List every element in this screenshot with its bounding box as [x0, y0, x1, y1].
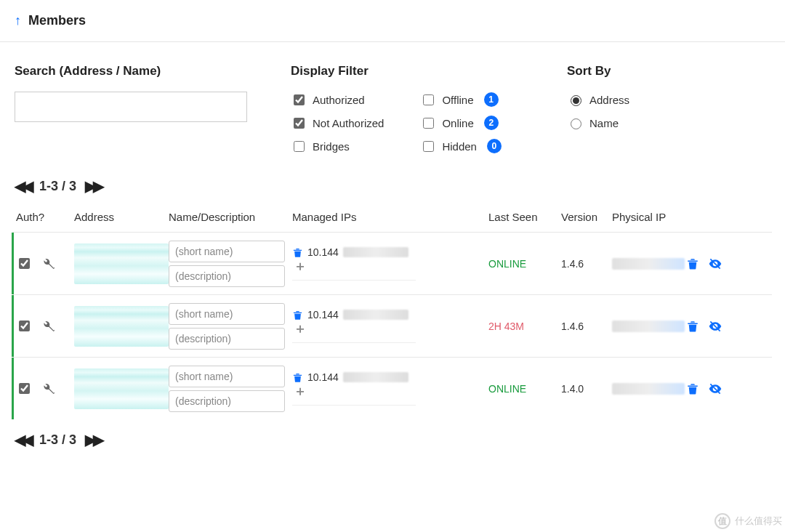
row-ip-prefix: 10.144 — [307, 246, 339, 258]
row-address-redacted — [74, 243, 169, 284]
pager-bottom: ◀◀ 1-3 / 3 ▶▶ — [0, 424, 785, 456]
sort-address-radio[interactable] — [571, 95, 581, 106]
row-version: 1.4.6 — [558, 258, 609, 270]
search-input[interactable] — [15, 92, 247, 122]
filter-offline-label: Offline — [442, 94, 473, 106]
filter-online-count: 2 — [484, 116, 499, 130]
row-auth-checkbox[interactable] — [19, 258, 30, 269]
sort-label: Sort By — [567, 64, 756, 78]
row-address-redacted — [74, 368, 169, 409]
pager-next-icon[interactable]: ▶▶ — [85, 177, 101, 195]
pager-range: 1-3 / 3 — [39, 179, 76, 194]
filter-not_authorized[interactable]: Not Authorized — [291, 115, 384, 131]
trash-icon[interactable] — [292, 372, 303, 383]
wrench-icon[interactable] — [39, 256, 55, 272]
row-ip-prefix: 10.144 — [307, 309, 339, 321]
wrench-icon[interactable] — [39, 318, 55, 334]
row-ip-redacted — [343, 310, 408, 320]
filter-bridges-label: Bridges — [313, 140, 350, 153]
row-physical-ip-redacted — [612, 383, 685, 395]
trash-icon[interactable] — [292, 247, 303, 258]
row-last-seen: 2H 43M — [486, 321, 558, 332]
hide-icon[interactable] — [708, 319, 722, 334]
filter-hidden-checkbox[interactable] — [423, 141, 434, 152]
pager-range: 1-3 / 3 — [39, 432, 76, 448]
search-label: Search (Address / Name) — [15, 64, 262, 78]
filter-authorized[interactable]: Authorized — [291, 92, 384, 108]
col-physical: Physical IP — [609, 211, 682, 223]
filter-not_authorized-label: Not Authorized — [313, 117, 384, 129]
filter-hidden-label: Hidden — [442, 140, 477, 153]
filter-hidden-count: 0 — [487, 139, 502, 153]
row-description-input[interactable] — [169, 265, 285, 287]
sort-address-label: Address — [589, 94, 629, 106]
trash-icon[interactable] — [686, 382, 699, 395]
trash-icon[interactable] — [292, 310, 303, 321]
row-name-input[interactable] — [169, 303, 285, 325]
col-address: Address — [71, 211, 166, 223]
row-last-seen: ONLINE — [486, 258, 558, 270]
row-auth-checkbox[interactable] — [19, 383, 30, 394]
row-physical-ip-redacted — [612, 258, 685, 270]
filter-not_authorized-checkbox[interactable] — [294, 118, 305, 129]
filter-offline-checkbox[interactable] — [423, 94, 434, 105]
sort-name[interactable]: Name — [567, 115, 756, 131]
search-column: Search (Address / Name) — [15, 64, 262, 154]
pager-prev-icon[interactable]: ◀◀ — [15, 431, 31, 448]
filter-online-checkbox[interactable] — [423, 118, 434, 129]
hide-icon[interactable] — [708, 382, 722, 396]
row-name-input[interactable] — [169, 366, 285, 387]
filter-online-label: Online — [442, 117, 473, 129]
filter-label: Display Filter — [291, 64, 538, 78]
filter-authorized-label: Authorized — [313, 94, 365, 106]
table-header: Auth? Address Name/Description Managed I… — [13, 202, 772, 232]
row-physical-ip-redacted — [612, 321, 685, 332]
row-version: 1.4.6 — [558, 321, 609, 332]
add-ip-icon[interactable]: ＋ — [294, 322, 307, 335]
filter-online[interactable]: Online2 — [420, 115, 502, 131]
col-ips: Managed IPs — [289, 211, 486, 223]
row-auth-checkbox[interactable] — [19, 321, 30, 331]
hide-icon[interactable] — [708, 257, 722, 271]
col-lastseen: Last Seen — [486, 211, 558, 223]
sort-name-label: Name — [589, 117, 619, 129]
trash-icon[interactable] — [686, 257, 699, 270]
section-header: ↑ Members — [0, 0, 785, 42]
row-last-seen: ONLINE — [486, 383, 558, 395]
members-table: Auth? Address Name/Description Managed I… — [0, 202, 785, 419]
row-description-input[interactable] — [169, 390, 285, 412]
filter-column: Display Filter AuthorizedNot AuthorizedB… — [291, 64, 538, 154]
col-auth: Auth? — [13, 211, 71, 223]
row-address-redacted — [74, 306, 169, 347]
table-row: 10.144 ＋ 2H 43M 1.4.6 — [13, 294, 772, 357]
sort-column: Sort By AddressName — [567, 64, 756, 154]
collapse-icon[interactable]: ↑ — [15, 13, 21, 28]
row-ip-redacted — [343, 372, 408, 382]
filter-offline[interactable]: Offline1 — [420, 92, 502, 108]
add-ip-icon[interactable]: ＋ — [294, 384, 307, 398]
add-ip-icon[interactable]: ＋ — [294, 259, 307, 273]
table-row: 10.144 ＋ ONLINE 1.4.0 — [13, 357, 772, 419]
row-name-input[interactable] — [169, 241, 285, 262]
col-version: Version — [558, 211, 609, 223]
wrench-icon[interactable] — [39, 381, 55, 397]
pager-prev-icon[interactable]: ◀◀ — [15, 177, 31, 195]
row-ip-redacted — [343, 247, 408, 257]
filter-bridges-checkbox[interactable] — [294, 141, 305, 152]
sort-name-radio[interactable] — [571, 118, 581, 129]
controls-row: Search (Address / Name) Display Filter A… — [0, 42, 785, 161]
col-name: Name/Description — [166, 211, 289, 223]
row-ip-prefix: 10.144 — [307, 371, 339, 383]
section-title: Members — [28, 13, 86, 28]
pager-top: ◀◀ 1-3 / 3 ▶▶ — [0, 170, 785, 202]
trash-icon[interactable] — [686, 320, 699, 333]
row-description-input[interactable] — [169, 328, 285, 350]
sort-address[interactable]: Address — [567, 92, 756, 108]
filter-authorized-checkbox[interactable] — [294, 94, 305, 105]
filter-bridges[interactable]: Bridges — [291, 138, 384, 154]
table-row: 10.144 ＋ ONLINE 1.4.6 — [13, 232, 772, 294]
row-version: 1.4.0 — [558, 383, 609, 395]
filter-hidden[interactable]: Hidden0 — [420, 138, 502, 154]
pager-next-icon[interactable]: ▶▶ — [85, 431, 101, 448]
filter-offline-count: 1 — [484, 92, 499, 107]
